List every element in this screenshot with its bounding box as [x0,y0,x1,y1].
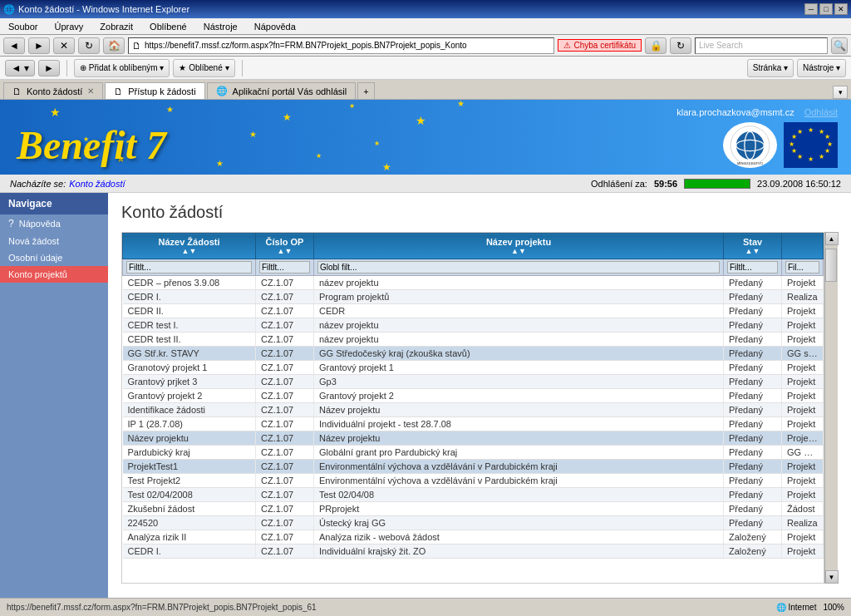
logout-link[interactable]: Odhlásit [804,107,838,117]
filter-cislo-input[interactable] [259,261,310,274]
back-button[interactable]: ◄ [3,37,25,54]
col-projekt-sort[interactable]: ▲▼ [319,247,718,255]
filter-stav-input[interactable] [727,261,778,274]
zoom-control[interactable]: 100% [823,603,844,612]
sidebar-item-konto-projektu[interactable]: Konto projektů [0,266,108,283]
search-go-button[interactable]: 🔍 [831,37,848,54]
cell-projekt: Analýza rizik - webová žádost [314,530,724,545]
cell-cislo: CZ.1.07 [256,333,314,347]
sidebar-item-napoveda[interactable]: ? Nápověda [0,214,108,233]
menu-napoveda[interactable]: Nápověda [249,20,301,33]
col-stav[interactable]: Stav ▲▼ [724,234,782,259]
menu-zobrazit[interactable]: Zobrazit [95,20,138,33]
table-row[interactable]: Grantový prjket 3CZ.1.07Gp3PředanýProjek… [123,375,824,389]
table-row[interactable]: Granotový projekt 1CZ.1.07Grantový proje… [123,361,824,375]
table-row[interactable]: CEDR II.CZ.1.07CEDRPředanýProjekt [123,304,824,318]
toolbar-forward[interactable]: ► [38,60,60,76]
tab-portal[interactable]: 🌐 Aplikační portál Vás odhlásil [207,82,357,99]
col-nazev-projektu[interactable]: Název projektu ▲▼ [314,234,724,259]
table-row[interactable]: Zkušební žádostCZ.1.07PRprojektPředanýŽá… [123,502,824,516]
cell-extra: Projekt [782,318,824,333]
table-row[interactable]: Test 02/04/2008CZ.1.07Test 02/04/08Předa… [123,488,824,502]
filter-projekt-input[interactable] [317,261,720,274]
zone-indicator: 🌐 Internet [776,603,817,612]
toolbar: ◄ ▾ ► ⊕ Přidat k oblíbeným ▾ ★ Oblíbené … [0,57,851,80]
content-area: Konto žádostí Název Žádosti ▲▼ Čí [108,193,851,598]
refresh2-button[interactable]: ↻ [670,37,691,54]
table-row[interactable]: 224520CZ.1.07Ústecký kraj GGPředanýReali… [123,516,824,530]
favorites-add-button[interactable]: ⊕ Přidat k oblíbeným ▾ [74,59,170,77]
main-content: Navigace ? Nápověda Nová žádost Osobní ú… [0,193,851,598]
toolbar-back[interactable]: ◄ ▾ [5,60,35,76]
table-row[interactable]: CEDR – přenos 3.9.08CZ.1.07název projekt… [123,276,824,290]
toolbar-page-button[interactable]: Stránka ▾ [747,59,794,77]
menu-nastroje[interactable]: Nástroje [199,20,243,33]
cell-stav: Předaný [724,446,782,460]
col-stav-sort[interactable]: ▲▼ [729,247,776,255]
col-cislo-sort[interactable]: ▲▼ [261,247,308,255]
col-nazev-zadosti[interactable]: Název Žádosti ▲▼ [123,234,256,259]
filter-extra-input[interactable] [785,261,819,274]
table-row[interactable]: CEDR test II.CZ.1.07název projektuPředan… [123,333,824,347]
home-button[interactable]: 🏠 [103,37,125,54]
cell-cislo: CZ.1.07 [256,389,314,403]
info-bar: Nacházíte se: Konto žádostí Odhlášení za… [0,175,851,193]
cell-nazev: Pardubický kraj [123,446,256,460]
menu-soubor[interactable]: Soubor [3,20,42,33]
cell-cislo: CZ.1.07 [256,417,314,431]
svg-text:★: ★ [374,140,380,147]
toolbar-tools-button[interactable]: Nástroje ▾ [797,59,846,77]
tab-konto-zadosti[interactable]: 🗋 Konto žádostí ✕ [3,82,103,99]
table-row[interactable]: CEDR I.CZ.1.07Program projektůPředanýRea… [123,290,824,304]
tab-pristup-zadosti[interactable]: 🗋 Přístup k žádosti [105,82,204,99]
cell-extra: Projekt [782,389,824,403]
live-search-input[interactable]: Live Search [695,37,828,54]
table-row[interactable]: Test Projekt2CZ.1.07Environmentální vých… [123,474,824,488]
table-row[interactable]: CEDR test I.CZ.1.07název projektuPředaný… [123,318,824,333]
sidebar-napoveda-label: Nápověda [19,219,61,229]
cell-nazev: CEDR – přenos 3.9.08 [123,276,256,290]
minimize-button[interactable]: ─ [804,3,818,15]
cert-warning[interactable]: ⚠ Chyba certifikátu [558,39,642,52]
cell-projekt: Environmentální výchova a vzdělávání v P… [314,474,724,488]
table-row[interactable]: IP 1 (28.7.08)CZ.1.07Individuální projek… [123,417,824,431]
cert-button[interactable]: 🔒 [645,37,667,54]
table-row[interactable]: ProjektTest1CZ.1.07Environmentální výcho… [123,460,824,474]
tab-options-button[interactable]: ▾ [833,86,848,99]
cell-stav: Předaný [724,361,782,375]
scroll-down-button[interactable]: ▼ [825,570,839,584]
table-row[interactable]: Analýza rizik IICZ.1.07Analýza rizik - w… [123,530,824,545]
address-field[interactable]: 🗋 https://benefit7.mssf.cz/form.aspx?fn=… [128,37,554,54]
col-nazev-sort[interactable]: ▲▼ [128,247,250,255]
close-button[interactable]: ✕ [834,3,848,15]
col-extra[interactable] [782,234,824,259]
scroll-up-button[interactable]: ▲ [825,232,839,245]
favorites-button[interactable]: ★ Oblíbené ▾ [173,59,234,77]
table-row[interactable]: CEDR I.CZ.1.07Individuální krajský žit. … [123,545,824,559]
breadcrumb-link[interactable]: Konto žádostí [69,179,125,189]
sidebar-item-nova-zadost[interactable]: Nová žádost [0,233,108,249]
svg-text:★: ★ [797,128,803,136]
table-row[interactable]: GG Stř.kr. STAVYCZ.1.07GG Středočeský kr… [123,347,824,361]
col-cislo-op[interactable]: Číslo OP ▲▼ [256,234,314,259]
table-row[interactable]: Název projektuCZ.1.07Název projektuPředa… [123,431,824,446]
tab-konto-close[interactable]: ✕ [87,86,94,96]
table-row[interactable]: Identifikace žádostiCZ.1.07Název projekt… [123,403,824,417]
cell-extra: Projekt [782,488,824,502]
filter-nazev-input[interactable] [126,261,252,274]
tab-new[interactable]: + [357,82,374,99]
cell-stav: Předaný [724,403,782,417]
refresh-button[interactable]: ↻ [78,37,100,54]
table-row[interactable]: Pardubický krajCZ.1.07Globální grant pro… [123,446,824,460]
scroll-thumb[interactable] [825,249,837,282]
cell-projekt: Název projektu [314,403,724,417]
maximize-button[interactable]: □ [819,3,833,15]
app-logo: Benefit 7 [0,116,183,175]
cell-cislo: CZ.1.07 [256,431,314,446]
menu-oblibene[interactable]: Oblíbené [145,20,192,33]
forward-button[interactable]: ► [28,37,50,54]
table-row[interactable]: Grantový projekt 2CZ.1.07Grantový projek… [123,389,824,403]
sidebar-item-osobni-udaje[interactable]: Osobní údaje [0,249,108,266]
stop-button[interactable]: ✕ [53,37,75,54]
menu-upravy[interactable]: Úpravy [49,20,88,33]
